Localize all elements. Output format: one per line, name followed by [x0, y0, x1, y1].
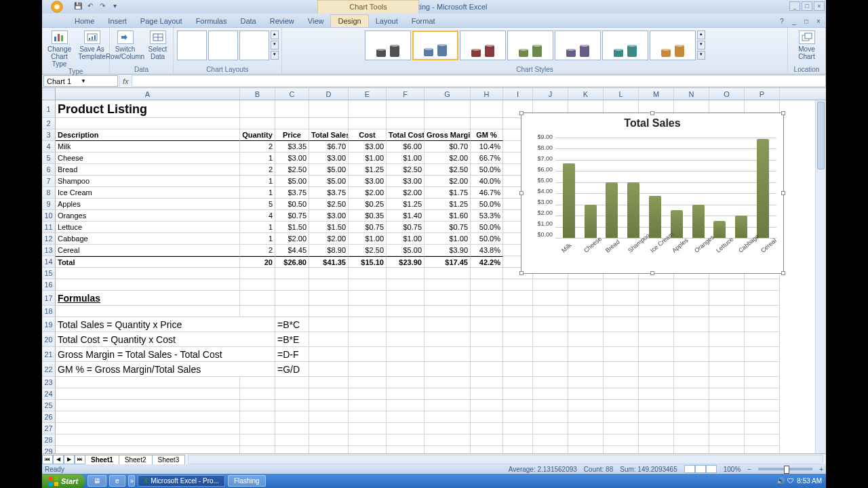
cell[interactable] [240, 100, 275, 118]
row-header-9[interactable]: 9 [42, 199, 56, 210]
cell[interactable]: =B*E [275, 332, 309, 347]
cell[interactable] [387, 400, 425, 411]
cell[interactable]: $2.50 [387, 164, 425, 176]
cell[interactable] [240, 377, 275, 388]
cell[interactable]: $3.35 [275, 141, 309, 152]
doc-restore-icon[interactable]: □ [802, 18, 811, 27]
cell[interactable] [604, 362, 639, 377]
select-all-corner[interactable] [42, 88, 56, 100]
cell[interactable]: Bread [56, 164, 240, 176]
cell[interactable] [674, 400, 709, 411]
cell[interactable] [309, 411, 349, 423]
cell[interactable] [387, 423, 425, 434]
chart-bar[interactable] [735, 216, 747, 238]
chart-bar[interactable] [627, 182, 639, 238]
col-header-J[interactable]: J [533, 88, 568, 100]
cell[interactable] [568, 347, 604, 362]
chart-layout-2[interactable] [208, 30, 238, 60]
close-button[interactable]: × [814, 1, 825, 11]
cell[interactable]: =G/D [275, 362, 309, 377]
cell[interactable] [674, 279, 709, 291]
chart-bar[interactable] [692, 205, 705, 238]
cell[interactable]: Oranges [56, 210, 240, 222]
cell[interactable]: $1.00 [387, 152, 425, 164]
cell[interactable]: Shampoo [56, 176, 240, 187]
quicklaunch-ie[interactable]: e [109, 475, 125, 487]
cell[interactable] [503, 347, 533, 362]
cell[interactable] [568, 362, 604, 377]
cell[interactable] [349, 423, 387, 434]
row-header-19[interactable]: 19 [42, 317, 56, 332]
cell[interactable]: $0.75 [349, 222, 387, 233]
cell[interactable] [604, 332, 639, 347]
cell[interactable] [349, 306, 387, 317]
cell[interactable] [275, 377, 309, 388]
cell[interactable] [425, 362, 471, 377]
cell[interactable] [674, 411, 709, 423]
cell[interactable] [471, 291, 503, 306]
cell[interactable] [425, 388, 471, 400]
cell[interactable] [309, 118, 349, 129]
cell[interactable] [275, 400, 309, 411]
cell[interactable] [709, 434, 745, 446]
cell[interactable]: Gross Margin = Total Sales - Total Cost [56, 347, 275, 362]
cell[interactable] [425, 118, 471, 129]
row-header-13[interactable]: 13 [42, 245, 56, 256]
cell[interactable] [387, 306, 425, 317]
cell[interactable] [387, 411, 425, 423]
cell[interactable] [471, 347, 503, 362]
cell[interactable] [568, 306, 604, 317]
cell[interactable]: $2.50 [309, 199, 349, 210]
sheet-nav-first[interactable]: ⏮ [42, 455, 53, 464]
cell[interactable] [240, 279, 275, 291]
cell[interactable]: $17.45 [425, 256, 471, 268]
cell[interactable]: $1.50 [309, 222, 349, 233]
cell[interactable] [349, 362, 387, 377]
cell[interactable]: $3.00 [309, 152, 349, 164]
cell[interactable]: $1.00 [425, 233, 471, 245]
cell[interactable]: $5.00 [309, 164, 349, 176]
cell[interactable] [709, 306, 745, 317]
cell[interactable]: $23.90 [387, 256, 425, 268]
select-data-button[interactable]: Select Data [142, 30, 174, 60]
cell[interactable] [240, 423, 275, 434]
cell[interactable] [533, 423, 568, 434]
tab-formulas[interactable]: Formulas [189, 15, 234, 27]
cell[interactable] [709, 317, 745, 332]
row-header-23[interactable]: 23 [42, 377, 56, 388]
cell[interactable]: 1 [240, 233, 275, 245]
cell[interactable] [709, 400, 745, 411]
cell[interactable] [471, 434, 503, 446]
cell[interactable] [275, 118, 309, 129]
cell[interactable] [56, 279, 240, 291]
cell[interactable] [425, 377, 471, 388]
view-page-break-button[interactable] [706, 465, 717, 473]
cell[interactable] [568, 400, 604, 411]
cell[interactable] [240, 388, 275, 400]
row-header-25[interactable]: 25 [42, 400, 56, 411]
cell[interactable]: 50.0% [471, 233, 503, 245]
cell[interactable]: $41.35 [309, 256, 349, 268]
cell[interactable]: $6.70 [309, 141, 349, 152]
cell[interactable] [503, 362, 533, 377]
doc-minimize-icon[interactable]: _ [789, 18, 799, 27]
cell[interactable] [56, 411, 240, 423]
cell[interactable] [387, 332, 425, 347]
cell[interactable] [56, 434, 240, 446]
cell[interactable] [349, 434, 387, 446]
cell[interactable]: Product Listing [56, 100, 240, 118]
cell[interactable]: $3.75 [309, 187, 349, 199]
cell[interactable] [604, 434, 639, 446]
cell[interactable] [568, 291, 604, 306]
cell[interactable] [604, 317, 639, 332]
cell[interactable]: Total Cost = Quantity x Cost [56, 332, 275, 347]
chart-bar[interactable] [713, 221, 726, 238]
cell[interactable] [387, 388, 425, 400]
cell[interactable] [309, 317, 349, 332]
row-header-16[interactable]: 16 [42, 279, 56, 291]
cell[interactable] [639, 400, 674, 411]
cell[interactable] [471, 100, 503, 118]
cell[interactable]: Cost [349, 129, 387, 141]
cell[interactable] [604, 411, 639, 423]
chart-plot-area[interactable] [555, 138, 776, 238]
